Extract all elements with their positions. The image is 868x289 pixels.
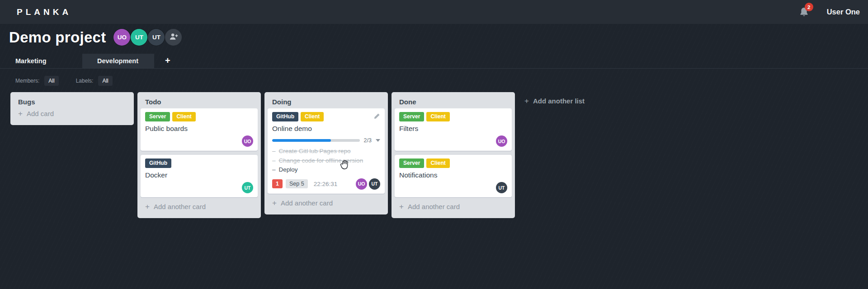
card-title: Docker (145, 171, 253, 179)
list-title[interactable]: Done (392, 92, 515, 108)
label-client: Client (172, 112, 195, 121)
avatar: UT (242, 182, 253, 193)
card-notifications[interactable]: Server Client Notifications UT (395, 155, 512, 197)
notification-count-badge[interactable]: 1 (272, 179, 283, 188)
card-docker[interactable]: GitHub Docker UT (141, 155, 258, 197)
app-logo[interactable]: PLANKA (17, 7, 71, 17)
add-card-button[interactable]: + Add another card (264, 198, 388, 213)
add-card-button[interactable]: + Add another card (137, 201, 261, 217)
tab-marketing[interactable]: Marketing (0, 54, 82, 68)
project-title[interactable]: Demo project (9, 29, 106, 46)
add-list-button[interactable]: + Add another list (524, 97, 585, 105)
members-filter-label: Members: (15, 78, 39, 84)
list-done: Done Server Client Filters UO Server Cl (392, 92, 515, 218)
due-date-badge[interactable]: Sep 5 (286, 179, 308, 188)
list-title[interactable]: Bugs (10, 92, 134, 108)
task-dash: – (272, 165, 276, 175)
tasks-progress: 2/3 (272, 137, 380, 144)
label-server: Server (399, 112, 424, 121)
label-server: Server (399, 158, 424, 168)
card-labels: Server Client (399, 112, 507, 121)
progress-bar (272, 139, 360, 142)
board: Bugs + Add card Todo Server Client Publi… (0, 92, 868, 218)
user-menu[interactable]: User One (827, 8, 860, 16)
pencil-icon (373, 113, 380, 121)
timer-badge[interactable]: 22:26:31 (314, 181, 338, 187)
add-card-label: Add card (27, 110, 54, 117)
avatar: UT (496, 182, 507, 193)
card-members: UT (145, 182, 253, 193)
top-bar: PLANKA 2 User One (0, 0, 868, 24)
plus-icon: + (145, 203, 150, 210)
plus-icon: + (524, 97, 529, 105)
labels-filter-label: Labels: (76, 78, 94, 84)
person-plus-icon (169, 33, 178, 42)
chevron-down-icon[interactable] (376, 139, 380, 142)
labels-filter-value[interactable]: All (98, 76, 112, 86)
avatar: UO (496, 135, 507, 147)
avatar[interactable]: UT (148, 29, 165, 46)
card-members: UO (145, 135, 253, 147)
label-github: GitHub (145, 158, 171, 168)
card-filters[interactable]: Server Client Filters UO (395, 108, 512, 151)
card-members: UT (399, 182, 507, 193)
list-title[interactable]: Todo (137, 92, 261, 108)
task-item: – Create GitHub Pages repo (272, 147, 380, 156)
label-server: Server (145, 112, 170, 121)
progress-fill (272, 139, 331, 142)
members-filter-value[interactable]: All (44, 76, 58, 86)
task-dash: – (272, 147, 276, 156)
plus-icon: + (272, 199, 277, 207)
notifications-badge: 2 (805, 3, 813, 11)
card-stack: GitHub Client Online demo (264, 108, 388, 194)
task-text: Change code for offline version (279, 156, 363, 166)
label-client: Client (426, 158, 449, 168)
card-labels: GitHub Client (272, 112, 380, 121)
card-title: Online demo (272, 125, 380, 133)
progress-fraction[interactable]: 2/3 (364, 137, 372, 144)
top-bar-right: 2 User One (799, 7, 860, 17)
add-board-button[interactable]: + (161, 54, 174, 68)
avatar[interactable]: UT (131, 29, 147, 46)
plus-icon: + (399, 203, 404, 210)
avatar[interactable]: UO (113, 29, 130, 46)
avatar: UO (356, 178, 367, 190)
list-doing: Doing GitHub Client Online demo (264, 92, 388, 214)
tab-development[interactable]: Development (82, 54, 154, 68)
add-card-label: Add another card (154, 203, 206, 210)
app-root: PLANKA 2 User One Demo project UO UT UT (0, 0, 868, 289)
project-members: UO UT UT (113, 29, 182, 46)
card-members: UO (399, 135, 507, 147)
card-public-boards[interactable]: Server Client Public boards UO (141, 108, 258, 151)
card-online-demo[interactable]: GitHub Client Online demo (268, 108, 385, 194)
filter-bar: Members: All Labels: All (0, 76, 868, 86)
list-title[interactable]: Doing (264, 92, 388, 108)
card-stack: Server Client Public boards UO GitHub Do… (137, 108, 261, 197)
avatar: UT (369, 178, 380, 190)
task-item: – Deploy (272, 165, 380, 175)
add-card-label: Add another card (408, 203, 460, 210)
task-dash: – (272, 156, 276, 166)
card-title: Public boards (145, 125, 253, 133)
label-client: Client (301, 112, 324, 121)
card-labels: Server Client (145, 112, 253, 121)
task-item: – Change code for offline version (272, 156, 380, 166)
card-labels: GitHub (145, 158, 253, 168)
notifications-button[interactable]: 2 (799, 7, 809, 17)
task-text: Deploy (279, 165, 298, 175)
edit-card-button[interactable] (373, 113, 380, 121)
label-github: GitHub (272, 112, 298, 121)
add-card-button[interactable]: + Add another card (392, 201, 515, 217)
card-title: Notifications (399, 171, 507, 179)
add-card-button[interactable]: + Add card (10, 108, 134, 124)
add-card-label: Add another card (281, 199, 333, 207)
label-client: Client (426, 112, 449, 121)
add-list-label: Add another list (533, 97, 585, 105)
card-stack: Server Client Filters UO Server Client N… (392, 108, 515, 197)
add-member-button[interactable] (165, 29, 182, 46)
project-header: Demo project UO UT UT (0, 27, 868, 48)
card-title: Filters (399, 125, 507, 133)
board-tabs: Marketing Development + (0, 54, 868, 69)
plus-icon: + (18, 110, 23, 117)
card-labels: Server Client (399, 158, 507, 168)
